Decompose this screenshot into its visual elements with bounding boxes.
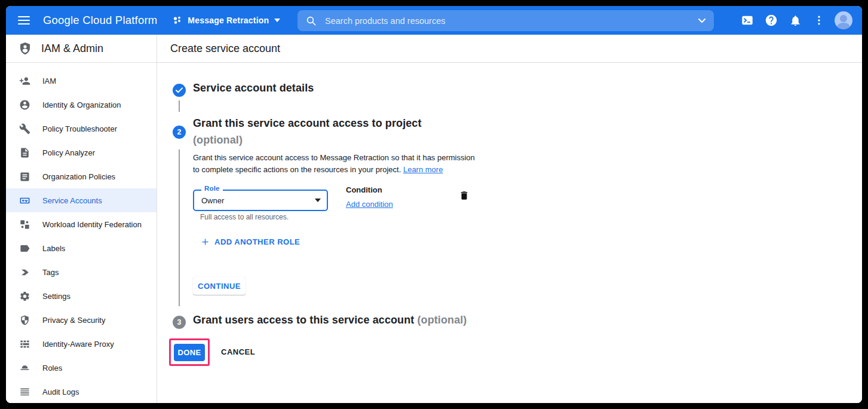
step3-title[interactable]: Grant users access to this service accou…: [193, 314, 467, 326]
browser-viewport: Google Cloud Platform Message Retraction: [6, 6, 862, 403]
sidebar-item-policy-analyzer[interactable]: Policy Analyzer: [6, 141, 157, 164]
sidebar-item-label: Labels: [42, 244, 65, 253]
sidebar-item-label: IAM: [42, 77, 56, 86]
sidebar-item-service-accounts[interactable]: Service Accounts: [6, 188, 157, 212]
service-account-key-icon: [19, 195, 30, 206]
sidebar-item-label: Identity & Organization: [42, 100, 121, 109]
screenshot-frame: Google Cloud Platform Message Retraction: [0, 0, 868, 409]
document-lines-icon: [19, 147, 30, 158]
step3-optional-label: (optional): [417, 314, 467, 326]
sidebar-item-label: Roles: [42, 364, 62, 373]
sidebar-item-iam[interactable]: IAM: [6, 69, 157, 93]
topbar-search[interactable]: [297, 10, 714, 31]
role-field-wrapper: Role Owner: [193, 190, 328, 211]
done-button-highlight: DONE: [169, 338, 210, 366]
project-name: Message Retraction: [188, 16, 269, 25]
gcp-logo[interactable]: Google Cloud Platform: [43, 14, 157, 27]
step2-optional-label: (optional): [193, 134, 243, 146]
check-circle-icon: [176, 87, 183, 93]
chevron-down-icon: [274, 19, 280, 22]
sidebar-item-label: Tags: [42, 268, 59, 277]
add-another-role-button[interactable]: ADD ANOTHER ROLE: [201, 237, 300, 246]
search-input[interactable]: [324, 16, 698, 26]
topbar-actions: [735, 6, 852, 35]
squares-dots-icon: [19, 219, 30, 230]
gcp-topbar: Google Cloud Platform Message Retraction: [6, 6, 862, 35]
sidebar-item-audit-logs[interactable]: Audit Logs: [6, 380, 157, 403]
role-field-label: Role: [201, 185, 223, 192]
list-lines-icon: [19, 386, 30, 398]
dropdown-arrow-icon: [315, 199, 321, 202]
project-icon: [173, 16, 182, 25]
sidebar-item-tags[interactable]: Tags: [6, 260, 157, 284]
cancel-button[interactable]: CANCEL: [221, 343, 255, 361]
sidebar-item-label: Service Accounts: [42, 196, 102, 205]
project-selector[interactable]: Message Retraction: [173, 16, 280, 25]
sidebar-item-identity-aware-proxy[interactable]: Identity-Aware Proxy: [6, 332, 157, 356]
learn-more-link[interactable]: Learn more: [403, 165, 443, 174]
add-condition-link[interactable]: Add condition: [346, 200, 393, 209]
article-icon: [19, 171, 30, 182]
hat-icon: [19, 362, 30, 374]
done-button[interactable]: DONE: [174, 344, 205, 361]
sidebar-item-label: Identity-Aware Proxy: [42, 340, 114, 349]
label-icon: [19, 243, 30, 254]
iam-admin-sidebar: IAM & Admin IAM Identity & Organization …: [6, 35, 157, 403]
more-vert-icon: [813, 14, 825, 26]
plus-icon: [201, 237, 210, 246]
role-selected-value: Owner: [201, 196, 315, 205]
sidebar-item-organization-policies[interactable]: Organization Policies: [6, 164, 157, 188]
gear-icon: [19, 291, 30, 302]
hamburger-menu-button[interactable]: [13, 10, 35, 31]
sidebar-item-identity-organization[interactable]: Identity & Organization: [6, 93, 157, 117]
sidebar-item-label: Workload Identity Federation: [42, 220, 142, 229]
sidebar-item-roles[interactable]: Roles: [6, 356, 157, 380]
step2-description: Grant this service account access to Mes…: [193, 152, 475, 176]
sidebar-item-label: Policy Troubleshooter: [42, 124, 117, 133]
cloud-shell-button[interactable]: [735, 8, 759, 32]
help-button[interactable]: [759, 8, 783, 32]
sidebar-item-label: Settings: [42, 292, 70, 301]
continue-button[interactable]: CONTINUE: [193, 277, 246, 295]
role-helper-text: Full access to all resources.: [200, 213, 289, 221]
help-icon: [765, 14, 778, 27]
sidebar-item-label: Privacy & Security: [42, 316, 105, 325]
search-icon: [306, 16, 317, 26]
sidebar-item-settings[interactable]: Settings: [6, 284, 157, 308]
person-circle-icon: [19, 99, 30, 111]
sidebar-item-label: Audit Logs: [42, 387, 79, 396]
delete-role-button[interactable]: [459, 190, 470, 203]
tag-arrow-icon: [19, 267, 30, 278]
sidebar-item-label: Policy Analyzer: [42, 148, 95, 157]
stepper-connector: [179, 149, 180, 306]
cloud-shell-icon: [741, 14, 754, 27]
sidebar-title: IAM & Admin: [41, 42, 103, 55]
avatar[interactable]: [835, 11, 852, 29]
create-service-account-form: Service account details 2 Grant this ser…: [157, 62, 862, 403]
step1-title[interactable]: Service account details: [193, 82, 314, 94]
role-select[interactable]: Role Owner: [193, 190, 328, 211]
hamburger-icon: [18, 16, 30, 17]
page-title: Create service account: [170, 42, 280, 55]
condition-label: Condition: [346, 185, 382, 194]
stepper-connector: [179, 100, 180, 112]
sidebar-item-workload-identity-federation[interactable]: Workload Identity Federation: [6, 212, 157, 236]
sidebar-item-labels[interactable]: Labels: [6, 236, 157, 260]
step3-indicator: 3: [173, 316, 186, 329]
proxy-layers-icon: [19, 338, 30, 350]
sidebar-header: IAM & Admin: [6, 35, 157, 63]
shield-person-icon: [18, 41, 32, 56]
sidebar-item-policy-troubleshooter[interactable]: Policy Troubleshooter: [6, 117, 157, 141]
more-options-button[interactable]: [807, 8, 831, 32]
sidebar-item-label: Organization Policies: [42, 172, 115, 181]
wrench-icon: [19, 123, 30, 135]
person-add-icon: [19, 75, 30, 87]
notifications-icon: [789, 14, 802, 27]
sidebar-item-privacy-security[interactable]: Privacy & Security: [6, 308, 157, 332]
step2-title[interactable]: Grant this service account access to pro…: [193, 117, 422, 130]
step2-indicator: 2: [173, 126, 186, 139]
notifications-button[interactable]: [783, 8, 807, 32]
page-header: Create service account: [157, 35, 862, 63]
search-expand-chevron-icon[interactable]: [698, 19, 706, 23]
main-panel: Create service account Service account d…: [157, 35, 862, 403]
